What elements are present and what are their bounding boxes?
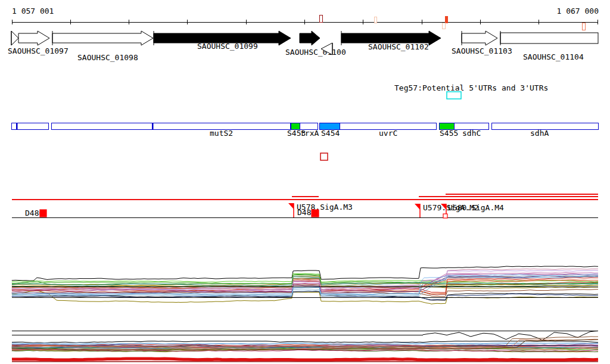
- ruler-variant-mark: [319, 15, 322, 22]
- genome-browser-window: 1 057 001 1 067 000 SAOUHSC_01097SAOUHSC…: [0, 0, 610, 364]
- gene-label: SAOUHSC_01097: [8, 46, 69, 55]
- feature-label: S455: [440, 129, 458, 138]
- gene-SAOUHSC_01098[interactable]: [52, 31, 153, 45]
- gene-SAOUHSC_01104[interactable]: [500, 33, 598, 43]
- site-label: U580.SigA.M4: [448, 203, 504, 212]
- ruler-start-coordinate: 1 057 001: [12, 7, 54, 15]
- gene-label: SAOUHSC_01103: [452, 46, 512, 55]
- feature-label: S454: [321, 129, 340, 138]
- gene-SAOUHSC_01097[interactable]: [18, 31, 49, 45]
- upper-profile-plot: [12, 266, 598, 304]
- selected-feature-marker: [320, 153, 328, 160]
- gene-SAOUHSC_01100[interactable]: [300, 31, 320, 45]
- profile-line: [423, 331, 598, 340]
- feature-box[interactable]: [51, 123, 290, 129]
- gene-head-right[interactable]: [11, 31, 18, 45]
- feature-label: sdhC: [462, 129, 481, 138]
- coverage-baseline-bar: [12, 359, 598, 360]
- lower-profile-plot: [12, 331, 598, 362]
- gene-label: SAOUHSC_01104: [523, 52, 584, 61]
- profile-line: [12, 341, 598, 343]
- gene-label: SAOUHSC_01102: [368, 42, 429, 51]
- feature-track: mutS2S453trxAS454uvrCS455sdhCsdhA: [11, 123, 598, 138]
- feature-label: trxA: [300, 129, 319, 138]
- gene-arrow-track: SAOUHSC_01097SAOUHSC_01098SAOUHSC_01099S…: [8, 31, 598, 62]
- ruler-end-coordinate: 1 067 000: [557, 7, 599, 15]
- feature-divider: [16, 123, 18, 129]
- ruler-variant-mark: [445, 16, 447, 23]
- tss-flag[interactable]: [415, 204, 420, 210]
- gene-label: SAOUHSC_01100: [285, 48, 346, 57]
- feature-label: sdhA: [530, 129, 549, 138]
- feature-label: uvrC: [379, 129, 397, 138]
- gene-label: SAOUHSC_01098: [77, 53, 138, 62]
- tss-flag[interactable]: [288, 203, 294, 209]
- gene-label: SAOUHSC_01099: [197, 42, 258, 51]
- feature-divider: [152, 123, 154, 129]
- site-square[interactable]: [443, 214, 447, 218]
- feature-label: mutS2: [210, 129, 233, 138]
- site-square[interactable]: [40, 210, 46, 217]
- ruler-variant-mark: [374, 17, 376, 23]
- ruler-variant-mark: [442, 23, 445, 29]
- open-square-marker[interactable]: [320, 153, 328, 160]
- site-square[interactable]: [312, 210, 319, 217]
- gene-SAOUHSC_01103[interactable]: [462, 31, 497, 45]
- utr-feature-box[interactable]: [447, 92, 461, 99]
- utr-annotation-note: Teg57:Potential 5'UTRs and 3'UTRs: [394, 83, 548, 99]
- ruler-variant-mark: [582, 23, 585, 30]
- coordinate-ruler: 1 057 001 1 067 000: [12, 7, 599, 30]
- red-annotation-track: D486U578.SigA.M3D487U579.SigA.M2U580.Sig…: [12, 194, 598, 218]
- utr-note-label: Teg57:Potential 5'UTRs and 3'UTRs: [394, 83, 548, 92]
